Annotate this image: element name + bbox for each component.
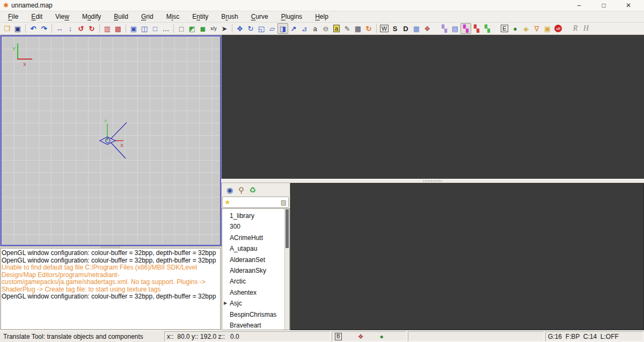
menu-file[interactable]: File [2,12,25,21]
select-touching-button[interactable]: ◩ [187,23,197,34]
refresh-references-button[interactable]: ↻ [363,23,374,34]
console-splitter[interactable] [0,246,221,248]
select-inside-button[interactable]: ◼ [197,23,208,34]
menu-misc[interactable]: Misc [160,12,186,21]
lights-off-button[interactable]: off [553,23,564,34]
texture-folder-AlderaanSky[interactable]: AlderaanSky [222,265,284,276]
solid-mode-button[interactable]: S [390,23,400,34]
eye-icon[interactable]: ◉ [226,186,233,194]
texture-folder-Asjc[interactable]: ▶Asjc [222,298,284,309]
change-views-button[interactable]: x/y [208,23,219,34]
diamond-button[interactable]: ◈ [521,23,531,34]
light-button[interactable]: ● [510,23,521,34]
more-tools-button[interactable]: … [160,23,171,34]
r-button[interactable]: R [570,23,581,34]
texture-splitter[interactable] [221,179,644,183]
menu-plugins[interactable]: Plugins [275,12,309,21]
camera-entity[interactable]: Y X [100,119,127,158]
recycle-icon[interactable]: ♻ [249,186,256,194]
undo-button[interactable]: ↶ [28,23,39,34]
filter-green-button[interactable]: ▚ [482,23,493,34]
menu-curve[interactable]: Curve [245,12,275,21]
filter-translucent-button[interactable]: ▚ [439,23,450,34]
open-button[interactable]: ❒ [2,23,12,34]
texture-lock-button[interactable]: a [331,23,342,34]
folder-scrollbar[interactable] [284,209,289,330]
texture-folder-Braveheart[interactable]: Braveheart [222,320,284,330]
cone-button[interactable]: ∇ [531,23,542,34]
texture-folder-Arctic[interactable]: Arctic [222,276,284,287]
split-selection-button[interactable]: ◫ [139,23,150,34]
menu-help[interactable]: Help [309,12,335,21]
expander-arrow-icon[interactable]: ▶ [224,298,227,309]
make-room-button[interactable]: ▣ [128,23,139,34]
surface-inspector-button[interactable]: ▦ [411,23,422,34]
texture-display-area[interactable] [290,183,644,330]
pointer-mode-button[interactable]: ➤ [219,23,230,34]
magnifier-pencil-icon[interactable]: ⚲ [238,186,244,194]
lattice-button[interactable]: ❖ [422,23,433,34]
trapezoid-icon: ⊿ [302,25,308,32]
scale-icon: ◱ [258,25,265,32]
texture-folder-BespinChrismas[interactable]: BespinChrismas [222,309,284,320]
csg-subtract-icon: ▥ [104,25,111,32]
rotate-tool-button[interactable]: ↻ [245,23,256,34]
wireframe-mode-button[interactable]: W [379,23,390,34]
console-log[interactable]: OpenGL window configuration: colour-buff… [1,248,221,330]
table-icon: ▦ [355,25,361,32]
detail-mode-button[interactable]: D [400,23,411,34]
filter-red-button[interactable]: ▚ [471,23,482,34]
flip-vertical-button[interactable]: ↕ [65,23,76,34]
folder-scrollbar-thumb[interactable] [286,209,289,248]
favorites-star-icon[interactable]: ★ [223,198,232,206]
scale-tool-button[interactable]: ◱ [256,23,267,34]
camera-3d-view[interactable] [221,35,644,179]
box-button[interactable]: ▣ [542,23,553,34]
texture-folder-ACrimeHutt[interactable]: ACrimeHutt [222,232,284,243]
texture-folder-Ashentex[interactable]: Ashentex [222,287,284,298]
entity-list-button[interactable]: ▦ [353,23,363,34]
menu-build[interactable]: Build [107,12,135,21]
resize-mode-button[interactable]: ◨ [277,23,288,34]
texture-folder-1_library[interactable]: 1_library [222,210,284,221]
texture-folder-A_utapau[interactable]: A_utapau [222,243,284,254]
menu-brush[interactable]: Brush [215,12,244,21]
checker-red-icon: ▚ [474,25,479,32]
menu-view[interactable]: View [49,12,76,21]
filter-clip-button[interactable]: ▚ [460,23,471,34]
csg-hollow-button[interactable]: ▩ [113,23,123,34]
vertex-edit-button[interactable]: ⊿ [299,23,310,34]
translate-tool-button[interactable]: ✥ [235,23,245,34]
drag-corner-button[interactable]: ↗ [288,23,299,34]
patch-disc-button[interactable]: ⊖ [320,23,331,34]
texture-search-input[interactable] [232,199,281,206]
entity-names-button[interactable]: E [499,23,510,34]
clipper-button[interactable]: □ [150,23,160,34]
viewport-2d[interactable]: Y X Y X [1,35,221,246]
select-complete-tall-button[interactable]: ◻ [176,23,187,34]
texture-pencil-button[interactable]: ✎ [342,23,353,34]
redo-button[interactable]: ↷ [39,23,49,34]
status-coordinates: x:: 80.0 y:: 192.0 z:: 0.0 [164,331,331,341]
menu-grid[interactable]: Grid [135,12,160,21]
filter-window-button[interactable]: ▤ [450,23,460,34]
skew-tool-button[interactable]: ▱ [267,23,277,34]
csg-subtract-button[interactable]: ▥ [102,23,113,34]
minimize-button[interactable]: – [567,2,591,9]
maximize-button[interactable]: □ [591,2,616,9]
menu-edit[interactable]: Edit [25,12,49,21]
rotate-cw-button[interactable]: ↻ [86,23,97,34]
texture-folder-AlderaanSet[interactable]: AlderaanSet [222,254,284,265]
rotate-ccw-button[interactable]: ↺ [76,23,86,34]
close-button[interactable]: ✕ [616,2,641,9]
e-letter-icon: E [501,25,508,32]
menu-modify[interactable]: Modify [76,12,107,21]
h-button[interactable]: H [581,23,591,34]
texture-folder-panel: 1_library300ACrimeHuttA_utapauAlderaanSe… [222,208,290,330]
menu-entity[interactable]: Entity [186,12,215,21]
select-by-name-button[interactable]: a [310,23,320,34]
save-button[interactable]: ▣ [12,23,23,34]
tag-brush-icon[interactable]: ▨ [281,199,288,206]
flip-horizontal-button[interactable]: ↔ [54,23,65,34]
texture-folder-300[interactable]: 300 [222,221,284,232]
